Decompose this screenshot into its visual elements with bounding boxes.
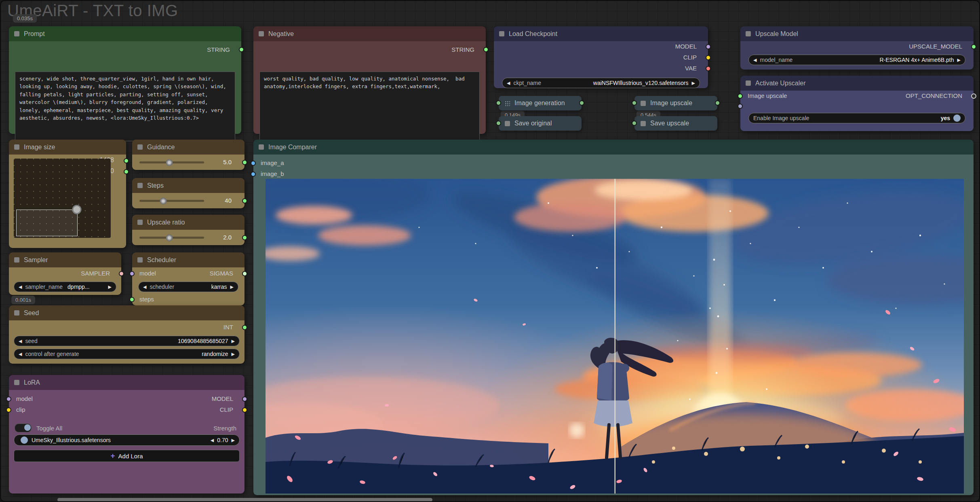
output-port-opt-connection[interactable] — [971, 93, 976, 99]
control-after-generate-widget[interactable]: ◀ control after generate randomize ▶ — [14, 349, 240, 359]
input-port-steps[interactable] — [129, 297, 135, 302]
arrow-right-icon[interactable]: ▶ — [232, 339, 235, 344]
node-image-comparer-header[interactable]: Image Comparer — [253, 140, 974, 155]
node-upscale-ratio-header[interactable]: Upscale ratio — [132, 215, 244, 230]
node-seed[interactable]: Seed INT ◀ seed 1069084885685027 ▶ ◀ con… — [9, 305, 244, 364]
node-image-upscale[interactable]: Image upscale — [634, 96, 717, 110]
collapse-icon[interactable] — [14, 380, 19, 385]
arrow-left-icon[interactable]: ◀ — [753, 57, 757, 63]
lora-row[interactable]: UmeSky_Illustrious.safetensors ◀ 0.70 ▶ — [14, 434, 240, 446]
node-steps[interactable]: Steps 40 — [132, 178, 244, 208]
arrow-left-icon[interactable]: ◀ — [19, 339, 22, 344]
output-port-string[interactable] — [239, 47, 244, 52]
node-sampler-header[interactable]: Sampler — [9, 252, 121, 267]
node-prompt[interactable]: Prompt STRING scenery, wide shot, three_… — [9, 26, 241, 134]
output-port-width[interactable] — [124, 158, 129, 163]
collapse-icon[interactable] — [746, 31, 751, 36]
collapse-icon[interactable] — [137, 257, 143, 263]
input-port-image-b[interactable] — [251, 172, 256, 177]
collapse-icon[interactable] — [14, 31, 19, 36]
output-port-vae[interactable] — [706, 66, 711, 71]
node-upscale-model[interactable]: Upscale Model UPSCALE_MODEL ◀ model_name… — [740, 26, 974, 70]
collapse-icon[interactable] — [641, 121, 646, 126]
input-port-secondary[interactable] — [738, 104, 743, 109]
node-negative-header[interactable]: Negative — [253, 26, 486, 41]
collapse-icon[interactable] — [14, 144, 19, 150]
node-lora[interactable]: LoRA model MODEL clip CLIP Toggle All St… — [9, 375, 244, 494]
node-save-upscale[interactable]: Save upscale — [634, 116, 717, 131]
output-port[interactable] — [242, 160, 247, 165]
input-port-clip[interactable] — [6, 407, 11, 413]
arrow-left-icon[interactable]: ◀ — [19, 284, 22, 290]
output-port[interactable] — [715, 100, 720, 106]
enable-image-upscale-toggle[interactable]: Enable Image upscale yes — [748, 113, 965, 123]
collapse-icon[interactable] — [14, 310, 19, 316]
collapse-icon[interactable] — [746, 80, 751, 86]
collapse-icon[interactable] — [259, 31, 264, 36]
input-port[interactable] — [632, 121, 637, 126]
node-lora-header[interactable]: LoRA — [9, 375, 244, 390]
input-port-image-upscale[interactable] — [738, 93, 743, 99]
arrow-right-icon[interactable]: ▶ — [232, 438, 235, 443]
node-activate-upscaler[interactable]: Activate Upscaler Image upscale OPT_CONN… — [740, 76, 974, 131]
sampler-name-widget[interactable]: ◀ sampler_name dpmpp... ▶ — [14, 282, 116, 292]
node-graph-canvas[interactable]: UmeAiRT - TXT to IMG 0.035s Prompt STRIN… — [0, 0, 980, 502]
collapse-icon[interactable] — [137, 220, 143, 225]
size-selection-rect[interactable] — [16, 210, 78, 236]
comparer-image-preview[interactable] — [266, 179, 964, 494]
arrow-left-icon[interactable]: ◀ — [507, 80, 510, 86]
node-scheduler-header[interactable]: Scheduler — [132, 252, 244, 267]
node-negative[interactable]: Negative STRING worst quality, bad quali… — [253, 26, 486, 134]
node-sampler[interactable]: Sampler SAMPLER ◀ sampler_name dpmpp... … — [9, 252, 121, 295]
node-scheduler[interactable]: Scheduler model SIGMAS ◀ scheduler karra… — [132, 252, 244, 305]
output-port-clip[interactable] — [706, 55, 711, 60]
output-port-string[interactable] — [483, 47, 489, 52]
input-port-image-a[interactable] — [251, 161, 256, 166]
input-port-model[interactable] — [129, 271, 135, 276]
output-port-model[interactable] — [706, 44, 711, 49]
node-image-size-header[interactable]: Image size — [9, 140, 126, 155]
arrow-left-icon[interactable]: ◀ — [19, 352, 22, 357]
node-seed-header[interactable]: Seed — [9, 305, 244, 320]
node-prompt-header[interactable]: Prompt — [9, 26, 241, 41]
arrow-right-icon[interactable]: ▶ — [230, 284, 234, 290]
collapse-icon[interactable] — [259, 144, 264, 150]
arrow-left-icon[interactable]: ◀ — [211, 438, 214, 443]
size-pad[interactable] — [14, 159, 111, 238]
arrow-right-icon[interactable]: ▶ — [108, 284, 112, 290]
output-port-model[interactable] — [242, 396, 247, 402]
horizontal-scrollbar[interactable] — [57, 498, 432, 502]
steps-slider[interactable] — [139, 200, 204, 202]
guidance-slider-knob[interactable] — [166, 159, 173, 166]
toggle-all-switch[interactable] — [15, 424, 32, 432]
prompt-textarea[interactable]: scenery, wide shot, three_quarter_view, … — [15, 72, 235, 141]
arrow-right-icon[interactable]: ▶ — [692, 80, 695, 86]
negative-textarea[interactable]: worst quality, bad quality, low quality,… — [259, 72, 480, 141]
collapse-icon[interactable] — [137, 144, 143, 150]
add-lora-button[interactable]: + Add Lora — [14, 450, 240, 462]
lora-enable-switch[interactable] — [17, 436, 28, 444]
upscale-ratio-slider-knob[interactable] — [166, 234, 173, 241]
output-port-upscale-model[interactable] — [971, 44, 976, 49]
arrow-right-icon[interactable]: ▶ — [957, 57, 961, 63]
output-port-int[interactable] — [242, 325, 247, 330]
ckpt-name-widget[interactable]: ◀ ckpt_name waiNSFWIllustrious_v120.safe… — [502, 78, 700, 88]
model-name-widget[interactable]: ◀ model_name R-ESRGAN 4x+ Anime6B.pth ▶ — [748, 55, 965, 65]
toggle-knob-icon[interactable] — [953, 114, 961, 122]
output-port-clip[interactable] — [242, 407, 247, 413]
collapse-icon[interactable] — [137, 183, 143, 188]
collapse-icon[interactable] — [14, 257, 19, 263]
node-load-checkpoint[interactable]: Load Checkpoint MODEL CLIP VAE ◀ ckpt_na… — [494, 26, 708, 88]
output-port-sigmas[interactable] — [242, 271, 247, 276]
collapse-icon[interactable] — [505, 121, 510, 126]
node-activate-upscaler-header[interactable]: Activate Upscaler — [740, 76, 974, 91]
node-load-checkpoint-header[interactable]: Load Checkpoint — [494, 26, 708, 41]
arrow-left-icon[interactable]: ◀ — [143, 284, 146, 290]
guidance-slider[interactable] — [139, 161, 204, 163]
arrow-right-icon[interactable]: ▶ — [232, 352, 235, 357]
node-image-comparer[interactable]: Image Comparer image_a image_b — [253, 140, 974, 495]
collapse-grid-icon[interactable] — [505, 101, 510, 106]
collapse-icon[interactable] — [641, 101, 646, 106]
node-image-size[interactable]: Image size 1408 640 — [9, 140, 126, 248]
seed-widget[interactable]: ◀ seed 1069084885685027 ▶ — [14, 336, 240, 346]
